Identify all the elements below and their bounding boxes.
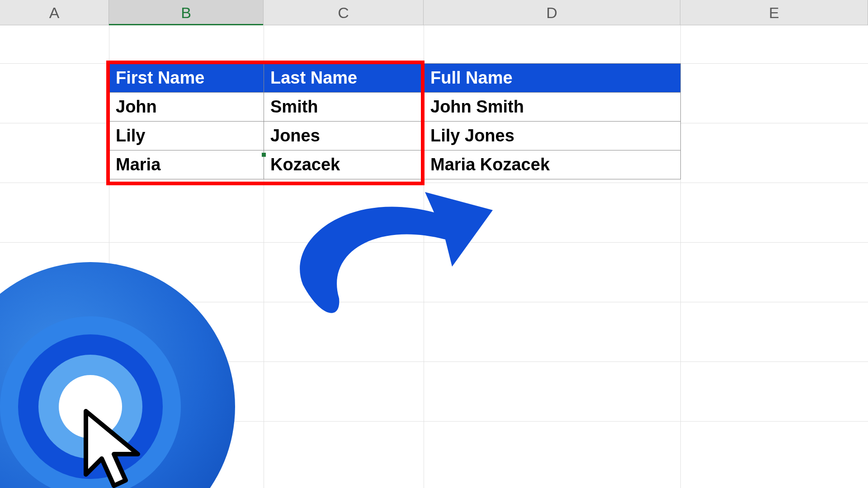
cell-first-name[interactable]: John — [109, 93, 264, 122]
column-header-c[interactable]: C — [264, 0, 424, 25]
table-row: Lily Jones Lily Jones — [109, 122, 681, 150]
cell-first-name[interactable]: Maria — [109, 150, 264, 179]
cell-full-name[interactable]: Maria Kozacek — [424, 150, 681, 179]
table-row: John Smith John Smith — [109, 93, 681, 122]
column-header-d[interactable]: D — [424, 0, 680, 25]
header-last-name[interactable]: Last Name — [264, 64, 424, 93]
cell-first-name[interactable]: Lily — [109, 122, 264, 150]
column-headers-row: A B C D E — [0, 0, 868, 25]
data-table: First Name Last Name Full Name John Smit… — [109, 63, 681, 179]
cell-full-name[interactable]: Lily Jones — [424, 122, 681, 150]
cell-last-name[interactable]: Jones — [264, 122, 424, 150]
header-first-name[interactable]: First Name — [109, 64, 264, 93]
table-header-row: First Name Last Name Full Name — [109, 64, 681, 93]
cell-last-name[interactable]: Smith — [264, 93, 424, 122]
cell-full-name[interactable]: John Smith — [424, 93, 681, 122]
header-full-name[interactable]: Full Name — [424, 64, 681, 93]
column-header-b[interactable]: B — [109, 0, 264, 25]
cell-last-name[interactable]: Kozacek — [264, 150, 424, 179]
table-row: Maria Kozacek Maria Kozacek — [109, 150, 681, 179]
column-header-e[interactable]: E — [680, 0, 868, 25]
fill-handle[interactable] — [262, 153, 266, 157]
column-header-a[interactable]: A — [0, 0, 109, 25]
